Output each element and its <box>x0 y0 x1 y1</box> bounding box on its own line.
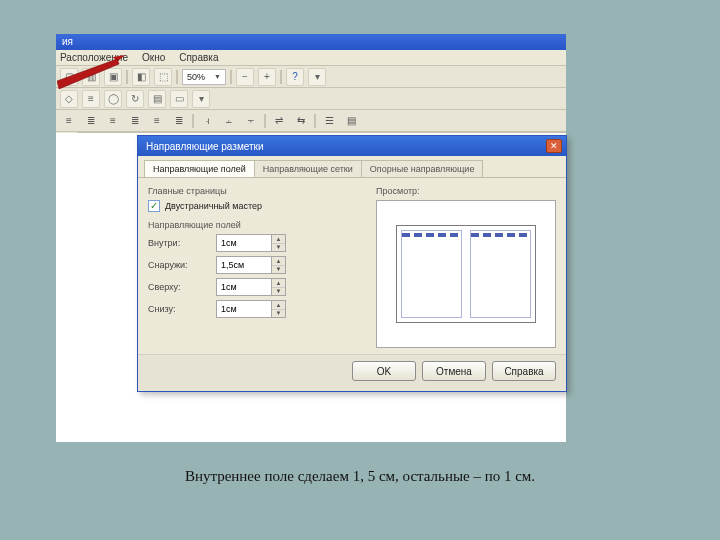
ruler-vertical <box>56 132 78 133</box>
separator <box>230 70 232 84</box>
align-right-icon[interactable]: ≡ <box>104 112 122 130</box>
spacing-icon[interactable]: ⇌ <box>270 112 288 130</box>
dialog-body: Главные страницы ✓ Двустраничный мастер … <box>138 178 566 354</box>
field-bottom: Снизу: ▲▼ <box>148 300 366 318</box>
label-top: Сверху: <box>148 282 216 292</box>
spinner-outer[interactable]: ▲▼ <box>216 256 286 274</box>
spin-up-icon[interactable]: ▲ <box>272 257 285 266</box>
spin-down-icon[interactable]: ▼ <box>272 288 285 296</box>
dialog-title: Направляющие разметки <box>146 141 264 152</box>
tool-icon[interactable]: ⬚ <box>154 68 172 86</box>
menu-help[interactable]: Справка <box>179 52 218 63</box>
dialog-titlebar: Направляющие разметки ✕ <box>138 136 566 156</box>
help-button[interactable]: Справка <box>492 361 556 381</box>
spin-down-icon[interactable]: ▼ <box>272 310 285 318</box>
zoom-combo[interactable]: 50% ▼ <box>182 69 226 85</box>
field-top: Сверху: ▲▼ <box>148 278 366 296</box>
field-inner: Внутри: ▲▼ <box>148 234 366 252</box>
toolbar-align: ≡ ≣ ≡ ≣ ≡ ≣ ⫞ ⫠ ⫟ ⇌ ⇆ ☰ ▤ <box>56 110 566 132</box>
spacing-icon[interactable]: ⇆ <box>292 112 310 130</box>
spin-up-icon[interactable]: ▲ <box>272 279 285 288</box>
chevron-down-icon: ▼ <box>214 73 221 80</box>
label-outer: Снаружи: <box>148 260 216 270</box>
separator <box>192 114 194 128</box>
ruler-horizontal <box>78 132 566 133</box>
preview-label: Просмотр: <box>376 186 556 196</box>
preview-column: Просмотр: <box>376 186 556 348</box>
input-inner[interactable] <box>216 234 272 252</box>
align-icon[interactable]: ≡ <box>148 112 166 130</box>
preview-box <box>376 200 556 348</box>
tool-icon[interactable]: ▣ <box>104 68 122 86</box>
align-center-icon[interactable]: ≣ <box>82 112 100 130</box>
checkbox-two-page[interactable]: ✓ <box>148 200 160 212</box>
spinner-top[interactable]: ▲▼ <box>216 278 286 296</box>
tab-margin-guides[interactable]: Направляющие полей <box>144 160 255 177</box>
toolbar-row-2: ◇ ≡ ◯ ↻ ▤ ▭ ▾ <box>56 88 566 110</box>
tab-baseline-guides[interactable]: Опорные направляющие <box>361 160 484 177</box>
tab-grid-guides[interactable]: Направляющие сетки <box>254 160 362 177</box>
dialog-tabs: Направляющие полей Направляющие сетки Оп… <box>138 156 566 178</box>
menubar: Расположение Окно Справка <box>56 50 566 66</box>
tool-icon[interactable]: ▥ <box>82 68 100 86</box>
separator <box>314 114 316 128</box>
spinner-inner[interactable]: ▲▼ <box>216 234 286 252</box>
slide-caption: Внутреннее поле сделаем 1, 5 см, остальн… <box>0 468 720 485</box>
separator <box>264 114 266 128</box>
tool-icon[interactable]: ◧ <box>132 68 150 86</box>
group-margin-guides: Направляющие полей <box>148 220 366 230</box>
checkbox-label: Двустраничный мастер <box>165 201 262 211</box>
spinner-bottom[interactable]: ▲▼ <box>216 300 286 318</box>
tool-icon[interactable]: ▭ <box>170 90 188 108</box>
spin-down-icon[interactable]: ▼ <box>272 266 285 274</box>
input-top[interactable] <box>216 278 272 296</box>
page-spread-preview <box>396 225 536 323</box>
tool-icon[interactable]: ◇ <box>60 90 78 108</box>
separator <box>176 70 178 84</box>
align-icon[interactable]: ≣ <box>126 112 144 130</box>
preview-page-left <box>401 230 462 318</box>
label-inner: Внутри: <box>148 238 216 248</box>
tool-icon[interactable]: ◯ <box>104 90 122 108</box>
distribute-icon[interactable]: ⫞ <box>198 112 216 130</box>
tool-icon[interactable]: ▢ <box>60 68 78 86</box>
settings-column: Главные страницы ✓ Двустраничный мастер … <box>148 186 366 348</box>
label-bottom: Снизу: <box>148 304 216 314</box>
input-bottom[interactable] <box>216 300 272 318</box>
field-outer: Снаружи: ▲▼ <box>148 256 366 274</box>
menu-window[interactable]: Окно <box>142 52 165 63</box>
ok-button[interactable]: OK <box>352 361 416 381</box>
separator <box>280 70 282 84</box>
tool-icon[interactable]: ↻ <box>126 90 144 108</box>
layout-guides-dialog: Направляющие разметки ✕ Направляющие пол… <box>137 135 567 392</box>
spin-down-icon[interactable]: ▼ <box>272 244 285 252</box>
group-main-pages: Главные страницы <box>148 186 366 196</box>
cancel-button[interactable]: Отмена <box>422 361 486 381</box>
input-outer[interactable] <box>216 256 272 274</box>
toolbar-row-1: ▢ ▥ ▣ ◧ ⬚ 50% ▼ − + ? ▾ <box>56 66 566 88</box>
two-page-master-row[interactable]: ✓ Двустраничный мастер <box>148 200 366 212</box>
align-icon[interactable]: ≣ <box>170 112 188 130</box>
spin-up-icon[interactable]: ▲ <box>272 235 285 244</box>
align-left-icon[interactable]: ≡ <box>60 112 78 130</box>
icon[interactable]: ▤ <box>342 112 360 130</box>
spin-up-icon[interactable]: ▲ <box>272 301 285 310</box>
separator <box>126 70 128 84</box>
tool-icon[interactable]: ▤ <box>148 90 166 108</box>
tool-icon[interactable]: ≡ <box>82 90 100 108</box>
help-icon[interactable]: ? <box>286 68 304 86</box>
preview-page-right <box>470 230 531 318</box>
tool-icon[interactable]: ▾ <box>192 90 210 108</box>
close-button[interactable]: ✕ <box>546 139 562 153</box>
menu-arrangement[interactable]: Расположение <box>60 52 128 63</box>
distribute-icon[interactable]: ⫠ <box>220 112 238 130</box>
line-spacing-icon[interactable]: ☰ <box>320 112 338 130</box>
titlebar-fragment: ия <box>56 34 566 50</box>
zoom-in-icon[interactable]: + <box>258 68 276 86</box>
zoom-value: 50% <box>187 72 205 82</box>
ruler-area <box>56 132 566 133</box>
distribute-icon[interactable]: ⫟ <box>242 112 260 130</box>
dialog-button-row: OK Отмена Справка <box>138 354 566 391</box>
zoom-out-icon[interactable]: − <box>236 68 254 86</box>
tool-icon[interactable]: ▾ <box>308 68 326 86</box>
